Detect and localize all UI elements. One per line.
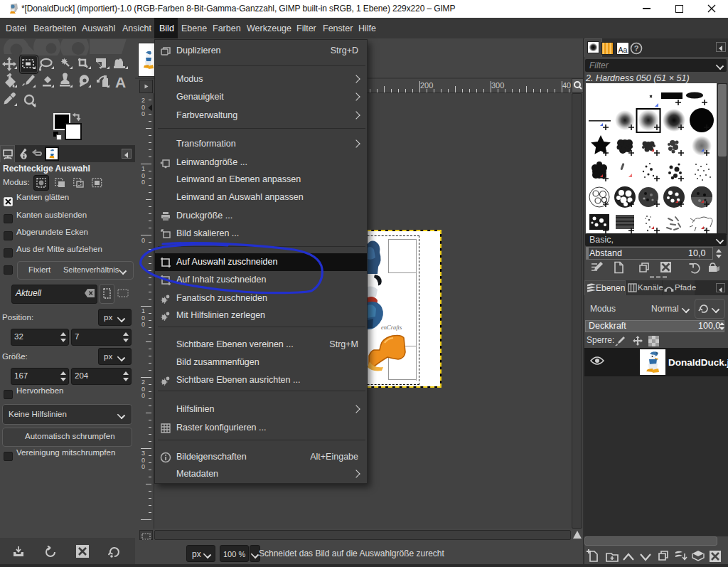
svg-text:A: A: [115, 74, 126, 90]
svg-text:?: ?: [634, 44, 639, 53]
